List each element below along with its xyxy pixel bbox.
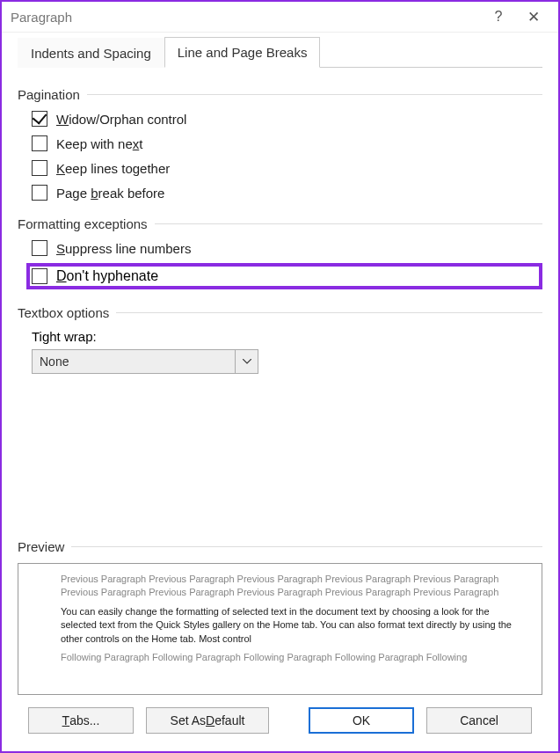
cancel-button[interactable]: Cancel: [426, 707, 532, 734]
divider: [155, 223, 542, 224]
set-as-default-button[interactable]: Set As Default: [146, 707, 269, 734]
checkbox-widow-orphan[interactable]: Widow/Orphan control: [32, 111, 542, 127]
checkbox-icon[interactable]: [32, 185, 47, 201]
divider: [87, 94, 542, 95]
dropdown-value: None: [33, 355, 235, 369]
section-label-preview: Preview: [18, 539, 64, 554]
checkbox-icon[interactable]: [32, 240, 47, 256]
dialog-title: Paragraph: [11, 10, 481, 25]
section-formatting-exceptions: Formatting exceptions: [18, 216, 542, 231]
check-label: Don't hyphenate: [56, 268, 158, 284]
checkbox-page-break-before[interactable]: Page break before: [32, 185, 542, 201]
section-preview: Preview: [18, 539, 542, 554]
checkbox-suppress-line-numbers[interactable]: Suppress line numbers: [32, 240, 542, 256]
checkbox-icon[interactable]: [32, 135, 47, 151]
checkbox-keep-lines-together[interactable]: Keep lines together: [32, 160, 542, 176]
content-area: Indents and Spacing Line and Page Breaks…: [2, 33, 558, 751]
preview-following: Following Paragraph Following Paragraph …: [61, 651, 517, 664]
spacer: [18, 374, 542, 523]
tight-wrap-label: Tight wrap:: [32, 329, 542, 344]
checkbox-icon[interactable]: [32, 160, 47, 176]
check-label: Suppress line numbers: [56, 241, 191, 256]
ok-button[interactable]: OK: [309, 707, 414, 734]
section-label-textbox: Textbox options: [18, 305, 109, 320]
tight-wrap-dropdown[interactable]: None: [32, 349, 258, 374]
titlebar: Paragraph ? ✕: [2, 2, 558, 33]
checkbox-dont-hyphenate[interactable]: Don't hyphenate: [26, 263, 542, 289]
section-pagination: Pagination: [18, 87, 542, 102]
section-label-pagination: Pagination: [18, 87, 80, 102]
help-icon[interactable]: ?: [481, 9, 516, 25]
divider: [116, 312, 542, 313]
divider: [71, 546, 542, 547]
preview-previous: Previous Paragraph Previous Paragraph Pr…: [61, 573, 517, 600]
tab-line-page-breaks[interactable]: Line and Page Breaks: [164, 37, 321, 68]
section-label-formatting: Formatting exceptions: [18, 216, 148, 231]
tab-bar: Indents and Spacing Line and Page Breaks: [18, 38, 542, 68]
preview-box: Previous Paragraph Previous Paragraph Pr…: [18, 563, 542, 695]
chevron-down-icon[interactable]: [235, 350, 258, 373]
check-label: Page break before: [56, 186, 164, 201]
check-label: Keep with next: [56, 136, 142, 151]
checkbox-keep-with-next[interactable]: Keep with next: [32, 135, 542, 151]
paragraph-dialog: Paragraph ? ✕ Indents and Spacing Line a…: [0, 0, 560, 753]
check-label: Widow/Orphan control: [56, 112, 186, 127]
button-row: Tabs... Set As Default OK Cancel: [18, 695, 542, 735]
close-icon[interactable]: ✕: [516, 8, 551, 26]
check-label: Keep lines together: [56, 161, 170, 176]
checkbox-icon[interactable]: [32, 111, 47, 127]
tab-indents-spacing[interactable]: Indents and Spacing: [18, 38, 164, 68]
tabs-button[interactable]: Tabs...: [28, 707, 134, 734]
section-textbox-options: Textbox options: [18, 305, 542, 320]
preview-current: You can easily change the formatting of …: [61, 605, 517, 646]
checkbox-icon[interactable]: [32, 268, 47, 284]
